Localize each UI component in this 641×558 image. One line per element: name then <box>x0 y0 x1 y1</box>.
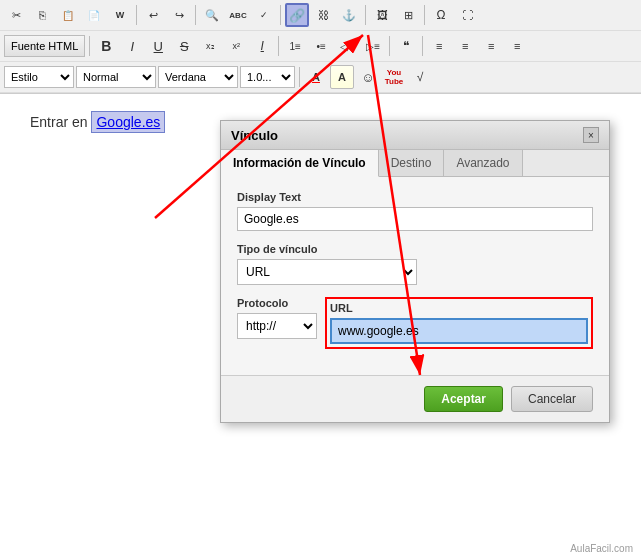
dialog-footer: Aceptar Cancelar <box>221 375 609 422</box>
youtube-button[interactable]: YouTube <box>382 65 406 89</box>
size-select[interactable]: 1.0... <box>240 66 295 88</box>
tab-advanced[interactable]: Avanzado <box>444 150 522 176</box>
dialog-tabs: Información de Vínculo Destino Avanzado <box>221 150 609 177</box>
search-button[interactable]: 🔍 <box>200 3 224 27</box>
url-input-wrapper: URL <box>325 297 593 349</box>
cancel-button[interactable]: Cancelar <box>511 386 593 412</box>
separator-3 <box>280 5 281 25</box>
superscript-button[interactable]: x² <box>224 34 248 58</box>
paste-text-button[interactable]: 📄 <box>82 3 106 27</box>
editor-link[interactable]: Google.es <box>91 111 165 133</box>
separator-10 <box>299 67 300 87</box>
separator-7 <box>278 36 279 56</box>
paste-word-button[interactable]: W <box>108 3 132 27</box>
protocol-url-row: Protocolo http:// URL <box>237 297 593 349</box>
align-center-button[interactable]: ≡ <box>453 34 477 58</box>
font-select[interactable]: Verdana <box>158 66 238 88</box>
align-left-button[interactable]: ≡ <box>427 34 451 58</box>
italic-button[interactable]: I <box>120 34 144 58</box>
font-color-button[interactable]: A <box>304 65 328 89</box>
undo-button[interactable]: ↩ <box>141 3 165 27</box>
table-button[interactable]: ⊞ <box>396 3 420 27</box>
formula-button[interactable]: √ <box>408 65 432 89</box>
source-button[interactable]: Fuente HTML <box>4 35 85 57</box>
style-select[interactable]: Estilo <box>4 66 74 88</box>
spellcheck2-button[interactable]: ✓ <box>252 3 276 27</box>
url-group: URL <box>325 297 593 349</box>
protocol-select[interactable]: http:// <box>237 313 317 339</box>
protocol-label: Protocolo <box>237 297 317 309</box>
copy-button[interactable]: ⎘ <box>30 3 54 27</box>
watermark: AulaFacil.com <box>570 543 633 554</box>
link-type-group: Tipo de vínculo URL <box>237 243 593 285</box>
link-type-label: Tipo de vínculo <box>237 243 593 255</box>
blockquote-button[interactable]: ❝ <box>394 34 418 58</box>
protocol-group: Protocolo http:// <box>237 297 317 339</box>
url-label: URL <box>330 302 588 314</box>
toolbar-row-3: Estilo Normal Verdana 1.0... A A ☺ YouTu… <box>0 62 641 93</box>
image-button[interactable]: 🖼 <box>370 3 394 27</box>
protocol-url-group: Protocolo http:// URL <box>237 297 593 349</box>
ol-button[interactable]: 1≡ <box>283 34 307 58</box>
indent-more-button[interactable]: ▷≡ <box>361 34 385 58</box>
dialog-titlebar: Vínculo × <box>221 121 609 150</box>
dialog-close-button[interactable]: × <box>583 127 599 143</box>
editor-content: Entrar en Google.es <box>30 111 165 133</box>
paste-button[interactable]: 📋 <box>56 3 80 27</box>
separator-9 <box>422 36 423 56</box>
separator-2 <box>195 5 196 25</box>
align-justify-button[interactable]: ≡ <box>505 34 529 58</box>
toolbar-row-1: ✂ ⎘ 📋 📄 W ↩ ↪ 🔍 ABC ✓ 🔗 ⛓ ⚓ 🖼 ⊞ Ω ⛶ <box>0 0 641 31</box>
separator-1 <box>136 5 137 25</box>
font-format-button[interactable]: I <box>250 34 274 58</box>
strikethrough-button[interactable]: S <box>172 34 196 58</box>
bold-button[interactable]: B <box>94 34 118 58</box>
dialog-title: Vínculo <box>231 128 278 143</box>
smiley-button[interactable]: ☺ <box>356 65 380 89</box>
separator-8 <box>389 36 390 56</box>
dialog-body: Display Text Tipo de vínculo URL Protoco… <box>221 177 609 375</box>
display-text-label: Display Text <box>237 191 593 203</box>
url-input[interactable] <box>330 318 588 344</box>
bg-color-button[interactable]: A <box>330 65 354 89</box>
spellcheck-button[interactable]: ABC <box>226 3 250 27</box>
link-button[interactable]: 🔗 <box>285 3 309 27</box>
subscript-button[interactable]: x₂ <box>198 34 222 58</box>
underline-button[interactable]: U <box>146 34 170 58</box>
tab-target[interactable]: Destino <box>379 150 445 176</box>
separator-6 <box>89 36 90 56</box>
display-text-group: Display Text <box>237 191 593 231</box>
fullscreen-button[interactable]: ⛶ <box>455 3 479 27</box>
display-text-input[interactable] <box>237 207 593 231</box>
accept-button[interactable]: Aceptar <box>424 386 503 412</box>
toolbar: ✂ ⎘ 📋 📄 W ↩ ↪ 🔍 ABC ✓ 🔗 ⛓ ⚓ 🖼 ⊞ Ω ⛶ Fuen… <box>0 0 641 94</box>
format-select[interactable]: Normal <box>76 66 156 88</box>
editor-text-before: Entrar en <box>30 114 91 130</box>
redo-button[interactable]: ↪ <box>167 3 191 27</box>
special-char-button[interactable]: Ω <box>429 3 453 27</box>
cut-button[interactable]: ✂ <box>4 3 28 27</box>
ul-button[interactable]: •≡ <box>309 34 333 58</box>
align-right-button[interactable]: ≡ <box>479 34 503 58</box>
link-dialog: Vínculo × Información de Vínculo Destino… <box>220 120 610 423</box>
tab-info[interactable]: Información de Vínculo <box>221 150 379 177</box>
separator-5 <box>424 5 425 25</box>
toolbar-row-2: Fuente HTML B I U S x₂ x² I 1≡ •≡ ◁≡ ▷≡ … <box>0 31 641 62</box>
separator-4 <box>365 5 366 25</box>
indent-less-button[interactable]: ◁≡ <box>335 34 359 58</box>
link-type-select[interactable]: URL <box>237 259 417 285</box>
unlink-button[interactable]: ⛓ <box>311 3 335 27</box>
anchor-button[interactable]: ⚓ <box>337 3 361 27</box>
